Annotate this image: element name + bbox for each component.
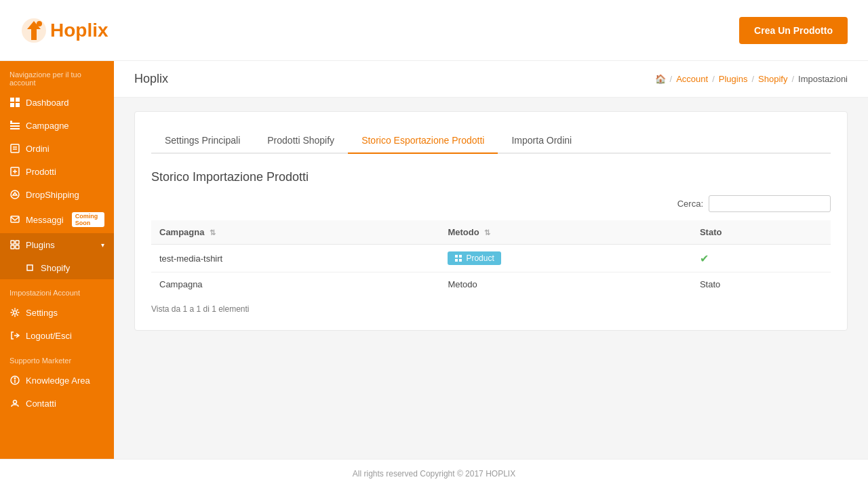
breadcrumb-sep2: / <box>712 74 715 84</box>
sidebar-item-logout-label: Logout/Esci <box>26 331 72 341</box>
data-table: Campagna ⇅ Metodo ⇅ Stato <box>151 220 831 296</box>
sidebar-item-settings[interactable]: Settings <box>0 301 114 324</box>
sidebar-item-knowledge[interactable]: Knowledge Area <box>0 369 114 392</box>
svg-rect-9 <box>10 121 12 123</box>
shopify-icon <box>24 262 35 273</box>
svg-rect-28 <box>455 255 458 258</box>
footer-text: All rights reserved Copyright © 2017 HOP… <box>353 469 515 479</box>
svg-rect-6 <box>10 123 20 124</box>
create-product-button[interactable]: Crea Un Prodotto <box>739 17 848 44</box>
sidebar-item-contatti[interactable]: Contatti <box>0 392 114 415</box>
tab-settings-principali[interactable]: Settings Principali <box>151 128 254 154</box>
dropshipping-icon <box>9 189 20 200</box>
messaggi-icon <box>9 214 20 225</box>
dashboard-icon <box>9 97 20 108</box>
knowledge-icon <box>9 375 20 386</box>
cell-metodo-1: Product <box>439 245 692 272</box>
breadcrumb-shopify[interactable]: Shopify <box>758 74 787 84</box>
section-title: Storico Importazione Prodotti <box>151 170 831 184</box>
sidebar-item-ordini-label: Ordini <box>26 144 50 154</box>
svg-rect-4 <box>10 103 14 107</box>
col-metodo[interactable]: Metodo ⇅ <box>439 220 692 245</box>
svg-rect-2 <box>10 98 14 102</box>
svg-point-27 <box>14 401 17 404</box>
footer: All rights reserved Copyright © 2017 HOP… <box>0 459 868 488</box>
sidebar-item-ordini[interactable]: Ordini <box>0 137 114 160</box>
sidebar-item-contatti-label: Contatti <box>26 399 56 409</box>
tab-storico-esportazione[interactable]: Storico Esportazione Prodotti <box>348 128 498 154</box>
cell-stato-footer: Stato <box>692 272 831 297</box>
sidebar-item-logout[interactable]: Logout/Esci <box>0 324 114 347</box>
page-title: Hoplix <box>134 72 168 86</box>
svg-point-26 <box>14 378 15 378</box>
cell-metodo-footer: Metodo <box>439 272 692 297</box>
sidebar-item-shopify-label: Shopify <box>41 263 70 273</box>
breadcrumb: 🏠 / Account / Plugins / Shopify / Impost… <box>655 74 848 84</box>
svg-rect-19 <box>16 241 19 244</box>
top-header: Hoplix Crea Un Prodotto <box>0 0 868 61</box>
svg-rect-8 <box>10 128 20 129</box>
product-badge: Product <box>448 251 500 265</box>
sidebar-item-dropshipping-label: DropShipping <box>26 190 79 200</box>
svg-rect-29 <box>459 255 462 258</box>
svg-rect-30 <box>455 259 458 262</box>
settings-icon <box>9 307 20 318</box>
sidebar-item-dropshipping[interactable]: DropShipping <box>0 183 114 206</box>
breadcrumb-plugins[interactable]: Plugins <box>719 74 748 84</box>
svg-rect-18 <box>11 241 14 244</box>
contatti-icon <box>9 398 20 409</box>
search-label: Cerca: <box>677 199 703 209</box>
cell-campagna-1: test-media-tshirt <box>151 245 439 272</box>
check-icon: ✔ <box>700 253 709 264</box>
col-campagna[interactable]: Campagna ⇅ <box>151 220 439 245</box>
col-stato[interactable]: Stato <box>692 220 831 245</box>
svg-rect-10 <box>11 144 19 152</box>
tab-prodotti-shopify[interactable]: Prodotti Shopify <box>254 128 348 154</box>
sidebar-item-messaggi-label: Messaggi <box>26 215 64 225</box>
svg-rect-5 <box>16 103 20 107</box>
breadcrumb-account[interactable]: Account <box>676 74 708 84</box>
sidebar-item-shopify[interactable]: Shopify <box>0 256 114 279</box>
coming-soon-badge: Coming Soon <box>72 212 104 227</box>
sidebar-item-plugins[interactable]: Plugins ▾ <box>0 233 114 256</box>
page-header: Hoplix 🏠 / Account / Plugins / Shopify /… <box>114 61 868 98</box>
logo-icon <box>20 17 47 44</box>
sidebar-item-campagne-label: Campagne <box>26 121 69 131</box>
sidebar-item-settings-label: Settings <box>26 308 58 318</box>
sidebar-item-knowledge-label: Knowledge Area <box>26 375 90 386</box>
sidebar: Navigazione per il tuo account Dashboard… <box>0 61 114 459</box>
breadcrumb-current: Impostazioni <box>798 74 848 84</box>
svg-rect-21 <box>16 245 19 249</box>
sidebar-section2-label: Impostazioni Account <box>0 279 114 301</box>
sidebar-item-prodotti[interactable]: Prodotti <box>0 160 114 183</box>
svg-point-22 <box>14 311 17 314</box>
cell-stato-1: ✔ <box>692 245 831 272</box>
table-row: test-media-tshirt Product ✔ <box>151 245 831 272</box>
svg-rect-3 <box>16 98 20 102</box>
home-icon[interactable]: 🏠 <box>655 74 666 84</box>
content-area: Hoplix 🏠 / Account / Plugins / Shopify /… <box>114 61 868 459</box>
sidebar-item-campagne[interactable]: Campagne <box>0 114 114 137</box>
logo-text: Hoplix <box>50 20 108 41</box>
breadcrumb-sep3: / <box>751 74 754 84</box>
cell-campagna-footer: Campagna <box>151 272 439 297</box>
plugins-icon <box>9 239 20 250</box>
table-header-row: Campagna ⇅ Metodo ⇅ Stato <box>151 220 831 245</box>
svg-rect-7 <box>10 125 20 127</box>
svg-point-1 <box>37 21 42 26</box>
main-card: Settings Principali Prodotti Shopify Sto… <box>134 111 848 331</box>
tab-importa-ordini[interactable]: Importa Ordini <box>498 128 585 154</box>
sidebar-section1-label: Navigazione per il tuo account <box>0 61 114 91</box>
sidebar-item-dashboard-label: Dashboard <box>26 98 69 108</box>
product-badge-icon <box>454 254 462 262</box>
breadcrumb-sep4: / <box>791 74 794 84</box>
sidebar-item-dashboard[interactable]: Dashboard <box>0 91 114 114</box>
tabs: Settings Principali Prodotti Shopify Sto… <box>151 128 831 154</box>
sidebar-item-messaggi[interactable]: Messaggi Coming Soon <box>0 206 114 233</box>
breadcrumb-sep1: / <box>670 74 673 84</box>
campagne-icon <box>9 120 20 131</box>
search-input[interactable] <box>709 195 831 212</box>
logo-area: Hoplix <box>20 17 108 44</box>
inner-content: Settings Principali Prodotti Shopify Sto… <box>114 98 868 344</box>
search-row: Cerca: <box>151 195 831 212</box>
